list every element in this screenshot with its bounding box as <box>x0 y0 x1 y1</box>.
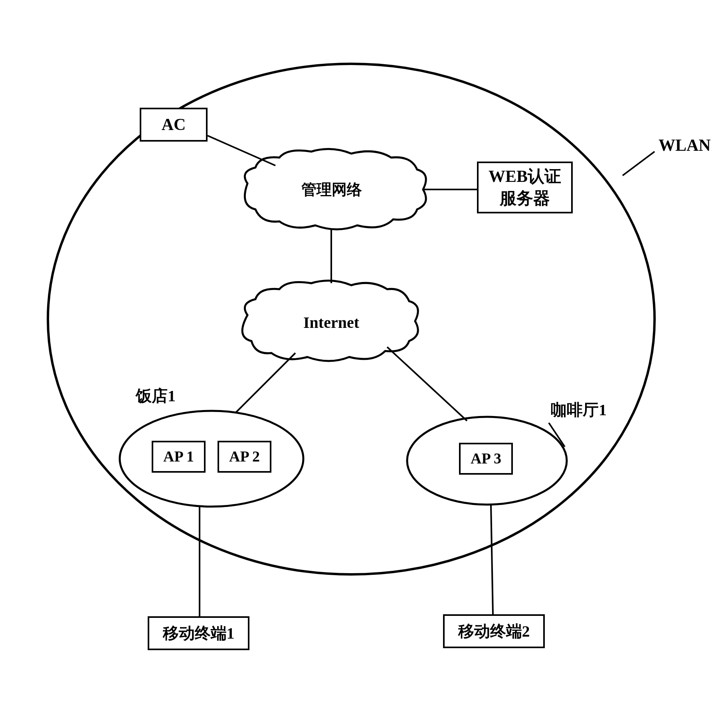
mobile-terminal-1-label: 移动终端1 <box>163 623 235 644</box>
ap3-box: AP 3 <box>459 443 513 475</box>
diagram-svg <box>0 0 728 710</box>
ap1-box: AP 1 <box>152 441 206 473</box>
network-diagram: WLAN AC 管理网络 WEB认证 服务器 Internet 饭店1 咖啡厅1… <box>0 0 728 710</box>
hotel-boundary <box>120 411 303 507</box>
management-network-label: 管理网络 <box>301 179 362 200</box>
ap3-label: AP 3 <box>471 449 501 468</box>
ac-box: AC <box>140 108 208 142</box>
svg-line-4 <box>235 353 295 413</box>
ap2-label: AP 2 <box>229 447 260 466</box>
ap2-box: AP 2 <box>218 441 271 473</box>
web-auth-server-box: WEB认证 服务器 <box>477 162 573 213</box>
svg-line-7 <box>491 505 493 614</box>
cafe-label: 咖啡厅1 <box>551 399 607 421</box>
svg-line-5 <box>387 347 467 421</box>
wlan-label: WLAN <box>659 136 711 155</box>
hotel-label: 饭店1 <box>136 385 176 407</box>
mobile-terminal-1-box: 移动终端1 <box>148 616 249 650</box>
web-auth-server-label: WEB认证 服务器 <box>489 166 561 209</box>
svg-line-0 <box>623 152 655 176</box>
mobile-terminal-2-label: 移动终端2 <box>458 621 530 642</box>
svg-line-1 <box>208 136 275 166</box>
ap1-label: AP 1 <box>163 447 194 466</box>
internet-label: Internet <box>303 313 359 332</box>
mobile-terminal-2-box: 移动终端2 <box>443 614 545 648</box>
ac-label: AC <box>162 114 186 136</box>
